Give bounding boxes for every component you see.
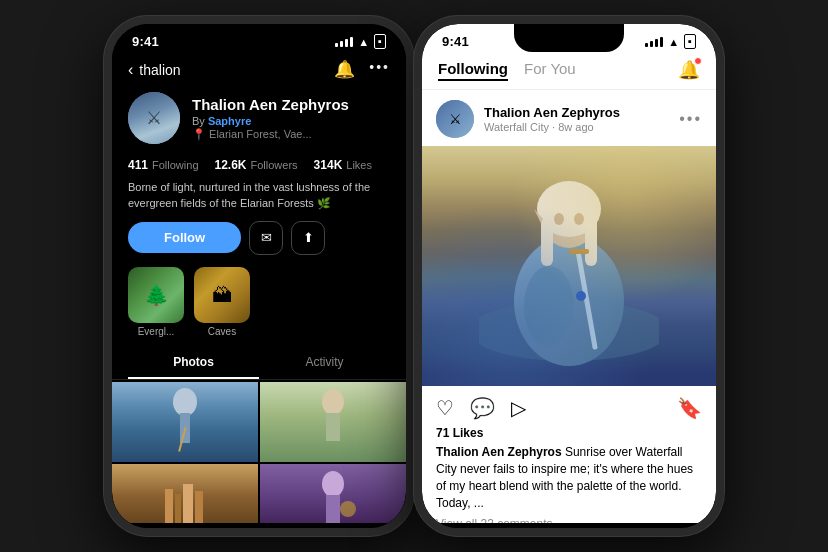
svg-point-9 bbox=[322, 471, 344, 497]
post-caption: Thalion Aen Zephyros Sunrise over Waterf… bbox=[422, 444, 716, 515]
phone-profile: 9:41 ▲ ▪ ‹ thalion 🔔 bbox=[104, 16, 414, 536]
following-label: Following bbox=[152, 159, 198, 171]
share-button[interactable]: ⬆ bbox=[291, 221, 325, 255]
post-more-options[interactable]: ••• bbox=[679, 110, 702, 128]
elf-meditate-image bbox=[308, 387, 358, 457]
status-time-2: 9:41 bbox=[442, 34, 469, 49]
notification-icon[interactable]: 🔔 bbox=[334, 59, 355, 80]
post-image bbox=[422, 146, 716, 386]
svg-rect-6 bbox=[175, 494, 181, 523]
action-buttons: Follow ✉ ⬆ bbox=[112, 221, 406, 267]
profile-name-section: Thalion Aen Zephyros By Saphyre 📍 Elaria… bbox=[192, 96, 390, 141]
post-header: ⚔ Thalion Aen Zephyros Waterfall City · … bbox=[422, 90, 716, 146]
collection-everglades[interactable]: Evergl... bbox=[128, 267, 184, 337]
svg-rect-8 bbox=[195, 491, 203, 523]
battery-icon: ▪ bbox=[374, 34, 386, 49]
post-author-name: Thalion Aen Zephyros bbox=[484, 105, 620, 121]
view-comments-link[interactable]: View all 23 comments bbox=[422, 515, 716, 523]
library-image bbox=[160, 469, 210, 523]
notification-button[interactable]: 🔔 bbox=[678, 59, 700, 81]
following-count: 411 bbox=[128, 158, 148, 172]
likes-count: 71 Likes bbox=[422, 426, 716, 444]
like-button[interactable]: ♡ bbox=[436, 396, 454, 420]
purple-image bbox=[308, 469, 358, 523]
post-image-overlay bbox=[422, 146, 716, 386]
svg-rect-7 bbox=[183, 484, 193, 523]
signal-bars bbox=[335, 37, 353, 47]
profile-name: Thalion Aen Zephyros bbox=[192, 96, 390, 114]
back-label: thalion bbox=[139, 62, 180, 78]
back-chevron-icon: ‹ bbox=[128, 61, 133, 79]
tab-activity[interactable]: Activity bbox=[259, 347, 390, 379]
battery-icon-2: ▪ bbox=[684, 34, 696, 49]
post-meta: Waterfall City · 8w ago bbox=[484, 121, 620, 133]
photo-2[interactable] bbox=[260, 382, 406, 462]
tab-photos[interactable]: Photos bbox=[128, 347, 259, 379]
avatar-image bbox=[128, 92, 180, 144]
profile-bio: Borne of light, nurtured in the vast lus… bbox=[112, 178, 406, 221]
signal-bars-2 bbox=[645, 37, 663, 47]
post-author-info: Thalion Aen Zephyros Waterfall City · 8w… bbox=[484, 105, 620, 133]
elf-sword-image bbox=[160, 387, 210, 457]
photo-4[interactable] bbox=[260, 464, 406, 523]
profile-creator: By Saphyre bbox=[192, 115, 390, 127]
svg-rect-4 bbox=[326, 413, 340, 441]
collections-row: Evergl... Caves bbox=[112, 267, 406, 347]
collection-thumb-cave bbox=[194, 267, 250, 323]
caption-author: Thalion Aen Zephyros bbox=[436, 445, 562, 459]
creator-link[interactable]: Saphyre bbox=[208, 115, 251, 127]
tab-following[interactable]: Following bbox=[438, 60, 508, 81]
profile-location: 📍 Elarian Forest, Vae... bbox=[192, 128, 390, 141]
post-actions-left: ♡ 💬 ▷ bbox=[436, 396, 526, 420]
profile-tabs: Photos Activity bbox=[112, 347, 406, 380]
likes-count: 314K bbox=[314, 158, 343, 172]
stat-followers: 12.6K Followers bbox=[215, 158, 298, 172]
status-icons-2: ▲ ▪ bbox=[645, 34, 696, 49]
svg-point-11 bbox=[340, 501, 356, 517]
post-avatar[interactable]: ⚔ bbox=[436, 100, 474, 138]
collection-caves[interactable]: Caves bbox=[194, 267, 250, 337]
svg-point-0 bbox=[173, 388, 197, 416]
message-button[interactable]: ✉ bbox=[249, 221, 283, 255]
more-options-icon[interactable]: ••• bbox=[369, 59, 390, 80]
post-author: ⚔ Thalion Aen Zephyros Waterfall City · … bbox=[436, 100, 620, 138]
notification-dot bbox=[694, 57, 702, 65]
back-button[interactable]: ‹ thalion bbox=[128, 61, 181, 79]
collection-label-1: Evergl... bbox=[128, 326, 184, 337]
likes-label: Likes bbox=[346, 159, 372, 171]
followers-label: Followers bbox=[251, 159, 298, 171]
stat-likes: 314K Likes bbox=[314, 158, 372, 172]
photo-3[interactable] bbox=[112, 464, 258, 523]
photo-grid bbox=[112, 380, 406, 523]
profile-info: Thalion Aen Zephyros By Saphyre 📍 Elaria… bbox=[112, 88, 406, 154]
comment-button[interactable]: 💬 bbox=[470, 396, 495, 420]
tab-for-you[interactable]: For You bbox=[524, 60, 576, 81]
collection-thumb-forest bbox=[128, 267, 184, 323]
stat-following: 411 Following bbox=[128, 158, 199, 172]
photo-1[interactable] bbox=[112, 382, 258, 462]
feed-nav: Following For You 🔔 bbox=[422, 53, 716, 90]
profile-header: ‹ thalion 🔔 ••• bbox=[112, 53, 406, 88]
notch bbox=[204, 24, 314, 52]
status-icons-1: ▲ ▪ bbox=[335, 34, 386, 49]
svg-rect-10 bbox=[326, 495, 340, 523]
feed-tabs: Following For You bbox=[438, 60, 576, 81]
wifi-icon: ▲ bbox=[358, 36, 369, 48]
follow-button[interactable]: Follow bbox=[128, 222, 241, 253]
collection-label-2: Caves bbox=[194, 326, 250, 337]
svg-rect-5 bbox=[165, 489, 173, 523]
bookmark-button[interactable]: 🔖 bbox=[677, 396, 702, 420]
wifi-icon-2: ▲ bbox=[668, 36, 679, 48]
notch-2 bbox=[514, 24, 624, 52]
share-button-post[interactable]: ▷ bbox=[511, 396, 526, 420]
status-time-1: 9:41 bbox=[132, 34, 159, 49]
header-icons: 🔔 ••• bbox=[334, 59, 390, 80]
post-actions: ♡ 💬 ▷ 🔖 bbox=[422, 386, 716, 426]
avatar bbox=[128, 92, 180, 144]
phone-feed: 9:41 ▲ ▪ Following For You bbox=[414, 16, 724, 536]
followers-count: 12.6K bbox=[215, 158, 247, 172]
stats-row: 411 Following 12.6K Followers 314K Likes bbox=[112, 154, 406, 178]
svg-point-3 bbox=[322, 389, 344, 415]
